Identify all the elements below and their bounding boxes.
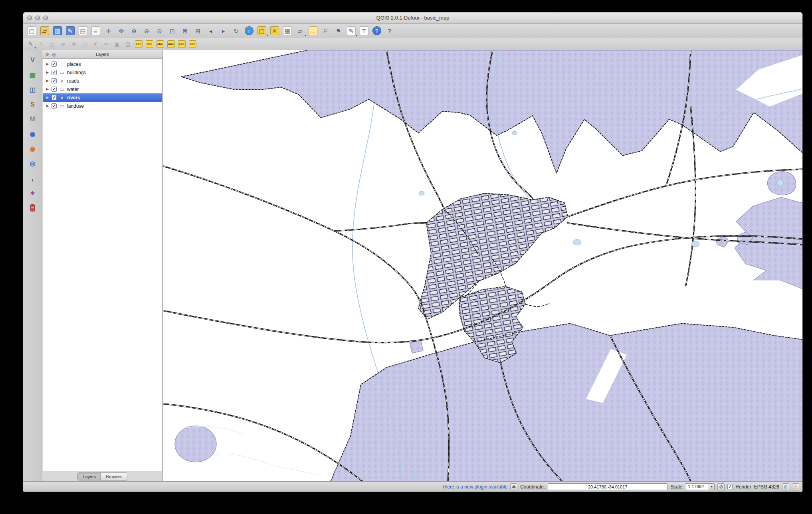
copy-features-icon: ▣ [113, 40, 121, 48]
panel-detach-button[interactable]: ◎ [51, 51, 57, 57]
show-bookmarks-button[interactable]: ⚑ [332, 25, 345, 37]
add-vector-layer-button[interactable]: V [26, 54, 39, 66]
map-tips-button[interactable]: … [307, 25, 319, 37]
layer-visibility-checkbox[interactable]: ✓ [51, 87, 57, 92]
highlight-pinned-labels-button[interactable]: abc [155, 39, 165, 49]
select-features-dropdown-arrow-icon[interactable]: ▾ [266, 34, 268, 37]
zoom-native-button[interactable]: ⊙ [153, 25, 166, 37]
expand-arrow-icon[interactable]: ▶ [46, 79, 50, 83]
layer-visibility-checkbox[interactable]: ✓ [51, 103, 57, 109]
move-label-button[interactable]: abc [166, 39, 176, 49]
lake [691, 241, 699, 247]
current-edits-dropdown-arrow-icon[interactable]: ▾ [34, 46, 36, 49]
zoom-out-button[interactable]: ⊖ [141, 25, 153, 37]
add-spatialite-layer-button[interactable]: S [26, 99, 39, 111]
close-button[interactable] [27, 16, 32, 20]
whats-this-button[interactable]: ? [383, 25, 396, 37]
add-wcs-layer-button[interactable]: ◉ [26, 143, 39, 155]
change-label-button[interactable]: abc [187, 39, 198, 49]
copy-features-button[interactable]: ▣ [112, 39, 122, 49]
measure-dropdown-arrow-icon[interactable]: ▾ [305, 34, 306, 37]
help-contents-button[interactable]: ? [370, 25, 383, 37]
scale-combo[interactable]: 1:17882 ▼ [685, 483, 715, 490]
zoom-button[interactable] [43, 16, 48, 20]
measure-button[interactable]: ▱▾ [294, 25, 306, 37]
new-shapefile-layer-button[interactable]: ∗ [26, 187, 39, 199]
layer-visibility-checkbox[interactable]: ✓ [51, 95, 57, 100]
zoom-to-selection-button[interactable]: ⊠ [179, 25, 191, 37]
panel-close-button[interactable]: ⊗ [44, 51, 50, 57]
layer-row-rivers[interactable]: ▶✓∨rivers [43, 93, 162, 102]
save-layer-edits-button[interactable]: ▥ [47, 39, 57, 49]
zoom-next-button[interactable]: ▸ [217, 25, 230, 37]
measure-icon: ▱ [296, 26, 305, 35]
layer-row-places[interactable]: ▶✓∴places [43, 60, 162, 68]
expand-arrow-icon[interactable]: ▶ [46, 87, 50, 91]
save-project-as-button[interactable]: ✎ [64, 25, 76, 37]
coordinate-input[interactable] [548, 483, 667, 490]
remove-layer-button[interactable]: − [26, 202, 39, 214]
zoom-full-button[interactable]: ⊡ [166, 25, 178, 37]
cut-features-button[interactable]: ✂ [101, 39, 111, 49]
paste-features-button[interactable]: ▤ [123, 39, 133, 49]
add-raster-layer-button[interactable]: ▦ [26, 69, 39, 81]
layer-row-roads[interactable]: ▶✓∨roads [43, 77, 162, 85]
add-mssql-layer-button[interactable]: M [26, 113, 39, 125]
delete-selected-button[interactable]: ✗ [90, 39, 101, 49]
add-wfs-layer-button[interactable]: ◎ [26, 158, 39, 170]
pan-to-selection-button[interactable]: ✜ [115, 25, 127, 37]
toggle-editing-button[interactable]: ✎ [36, 39, 47, 49]
messages-icon[interactable]: ⚠ [792, 483, 799, 490]
labeling-options-button[interactable]: abc [133, 39, 144, 49]
new-plugin-link[interactable]: There is a new plugin available [442, 484, 507, 490]
scale-magnifier-icon[interactable]: ⊘ [717, 483, 725, 490]
map-canvas[interactable] [163, 50, 802, 481]
layer-row-buildings[interactable]: ▶✓▭buildings [43, 68, 162, 77]
open-project-button[interactable]: ▱ [38, 25, 51, 37]
annotation-button[interactable]: ✎▾ [345, 25, 357, 37]
layer-row-landuse[interactable]: ▶✓▭landuse [43, 102, 162, 110]
add-delimited-text-layer-button[interactable]: , [26, 172, 39, 184]
zoom-in-button[interactable]: ⊕ [128, 25, 140, 37]
pin-labels-button[interactable]: abc [144, 39, 154, 49]
text-annotation-button[interactable]: T [358, 25, 370, 37]
new-print-composer-button[interactable]: ▤ [77, 25, 89, 37]
plugin-icon[interactable]: ✱ [510, 483, 517, 490]
scale-combo-arrow-icon[interactable]: ▼ [709, 484, 714, 490]
node-tool-button[interactable]: ◇ [79, 39, 90, 49]
open-attribute-table-button[interactable]: ▦ [281, 25, 293, 37]
layer-visibility-checkbox[interactable]: ✓ [51, 78, 57, 83]
expand-arrow-icon[interactable]: ▶ [46, 62, 50, 66]
expand-arrow-icon[interactable]: ▶ [46, 104, 50, 108]
composer-manager-button[interactable]: ≡ [89, 25, 102, 37]
open-project-icon: ▱ [40, 26, 49, 35]
add-postgis-layer-button[interactable]: ◫ [26, 84, 39, 96]
pan-map-button[interactable]: ✛ [102, 25, 115, 37]
render-checkbox[interactable]: ✓ [727, 484, 733, 489]
expand-arrow-icon[interactable]: ▶ [46, 71, 50, 74]
zoom-last-button[interactable]: ◂ [204, 25, 217, 37]
select-features-button[interactable]: ▢▾ [255, 25, 268, 37]
add-feature-button[interactable]: ⊚ [58, 39, 68, 49]
identify-features-button[interactable]: i [243, 25, 255, 37]
zoom-to-layer-button[interactable]: ⊞ [192, 25, 204, 37]
panel-tab-layers[interactable]: Layers [77, 472, 101, 480]
layer-visibility-checkbox[interactable]: ✓ [51, 61, 57, 67]
layer-visibility-checkbox[interactable]: ✓ [51, 70, 57, 75]
crs-status-icon[interactable]: ⊕ [782, 483, 789, 490]
deselect-features-button[interactable]: ✕ [268, 25, 281, 37]
move-feature-button[interactable]: ✜ [69, 39, 79, 49]
new-bookmark-button[interactable]: ⚐ [319, 25, 332, 37]
add-wms-layer-button[interactable]: ◉ [26, 128, 39, 140]
refresh-map-button[interactable]: ↻ [230, 25, 242, 37]
panel-tab-browser[interactable]: Browser [101, 472, 127, 480]
annotation-dropdown-arrow-icon[interactable]: ▾ [356, 34, 357, 37]
window-titlebar[interactable]: QGIS 2.0.1-Dufour - basic_map [23, 12, 802, 24]
layer-row-water[interactable]: ▶✓▭water [43, 85, 162, 93]
save-project-button[interactable]: ▥ [51, 25, 63, 37]
current-edits-button[interactable]: ✎▾ [26, 39, 36, 49]
minimize-button[interactable] [35, 16, 40, 20]
rotate-label-button[interactable]: abc [176, 39, 187, 49]
new-project-button[interactable]: ▢ [26, 25, 38, 37]
expand-arrow-icon[interactable]: ▶ [46, 96, 50, 99]
